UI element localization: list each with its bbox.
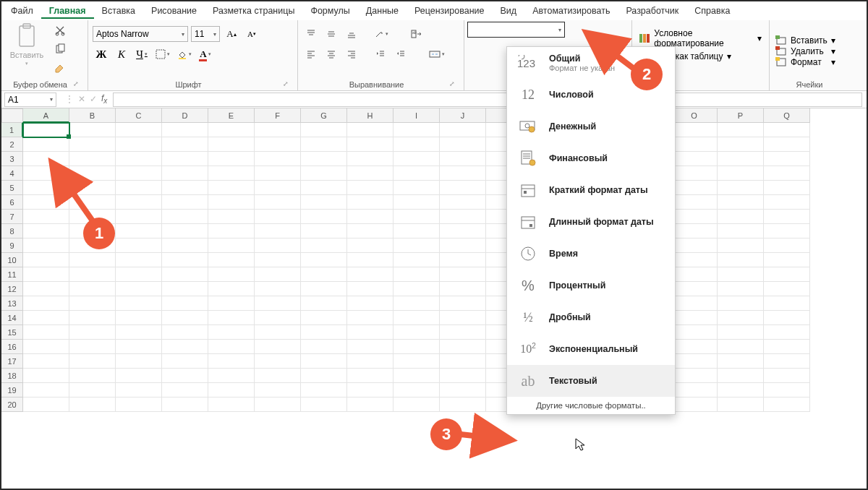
cell[interactable]: [764, 210, 810, 224]
cell[interactable]: [671, 166, 718, 181]
format-cells-button[interactable]: Формат▾: [774, 57, 837, 67]
row-header[interactable]: 18: [1, 369, 23, 383]
fill-color-button[interactable]: ▾: [175, 46, 194, 62]
cell[interactable]: [255, 340, 301, 354]
cell[interactable]: [718, 354, 764, 369]
cell[interactable]: [23, 296, 69, 311]
cell[interactable]: [116, 340, 162, 354]
menu-данные[interactable]: Данные: [358, 3, 407, 19]
cut-button[interactable]: [52, 23, 68, 38]
cell[interactable]: [116, 397, 162, 412]
cell[interactable]: [301, 166, 347, 181]
cell[interactable]: [718, 210, 764, 224]
cell[interactable]: [116, 354, 162, 369]
cell[interactable]: [764, 325, 810, 340]
cell[interactable]: [69, 369, 116, 383]
row-header[interactable]: 20: [1, 397, 23, 412]
cell[interactable]: [255, 210, 301, 224]
cell[interactable]: [671, 311, 718, 325]
cell[interactable]: [671, 152, 718, 166]
borders-button[interactable]: ▾: [153, 46, 172, 62]
cell[interactable]: [347, 152, 393, 166]
menu-вставка[interactable]: Вставка: [94, 3, 143, 19]
cell[interactable]: [718, 296, 764, 311]
format-option-accounting[interactable]: Финансовый: [507, 142, 675, 174]
decrease-indent-button[interactable]: [372, 46, 389, 62]
underline-button[interactable]: Ч▾: [133, 46, 150, 62]
cell[interactable]: [347, 267, 393, 282]
cell[interactable]: [208, 296, 255, 311]
cell[interactable]: [671, 296, 718, 311]
cell[interactable]: [208, 354, 255, 369]
cell[interactable]: [347, 195, 393, 210]
cell[interactable]: [116, 137, 162, 152]
cell[interactable]: [116, 224, 162, 238]
cell[interactable]: [301, 383, 347, 397]
cell[interactable]: [255, 137, 301, 152]
cell[interactable]: [347, 238, 393, 253]
cell[interactable]: [162, 123, 208, 137]
cell[interactable]: [23, 311, 69, 325]
cell[interactable]: [116, 123, 162, 137]
cell[interactable]: [393, 383, 440, 397]
cell[interactable]: [393, 123, 440, 137]
column-header[interactable]: Q: [764, 108, 810, 123]
column-header[interactable]: G: [301, 108, 347, 123]
row-header[interactable]: 5: [1, 181, 23, 195]
cell[interactable]: [208, 152, 255, 166]
cell[interactable]: [440, 181, 486, 195]
cell[interactable]: [764, 354, 810, 369]
cell[interactable]: [208, 210, 255, 224]
cell[interactable]: [718, 369, 764, 383]
cell[interactable]: [440, 152, 486, 166]
cell[interactable]: [208, 282, 255, 296]
increase-indent-button[interactable]: [392, 46, 409, 62]
cell[interactable]: [764, 123, 810, 137]
cell[interactable]: [255, 311, 301, 325]
cell[interactable]: [23, 383, 69, 397]
cell[interactable]: [440, 195, 486, 210]
cell[interactable]: [440, 123, 486, 137]
cell[interactable]: [208, 137, 255, 152]
cell[interactable]: [301, 354, 347, 369]
column-header[interactable]: P: [718, 108, 764, 123]
cell[interactable]: [301, 253, 347, 267]
row-header[interactable]: 12: [1, 282, 23, 296]
row-header[interactable]: 13: [1, 296, 23, 311]
cell[interactable]: [764, 238, 810, 253]
cell[interactable]: [301, 311, 347, 325]
cell[interactable]: [440, 282, 486, 296]
cell[interactable]: [301, 210, 347, 224]
cell[interactable]: [162, 224, 208, 238]
cell[interactable]: [393, 137, 440, 152]
cell[interactable]: [393, 267, 440, 282]
menu-рецензирование[interactable]: Рецензирование: [407, 3, 493, 19]
cell[interactable]: [764, 137, 810, 152]
row-header[interactable]: 6: [1, 195, 23, 210]
bold-button[interactable]: Ж: [93, 46, 110, 62]
cell[interactable]: [393, 238, 440, 253]
enter-formula-button[interactable]: ✓: [90, 94, 97, 104]
cell[interactable]: [393, 325, 440, 340]
cell[interactable]: [718, 181, 764, 195]
font-color-button[interactable]: А▾: [197, 46, 214, 62]
cell[interactable]: [208, 340, 255, 354]
cell[interactable]: [718, 166, 764, 181]
format-painter-button[interactable]: [52, 61, 68, 75]
cell[interactable]: [764, 311, 810, 325]
cell[interactable]: [23, 238, 69, 253]
cell[interactable]: [671, 181, 718, 195]
cell[interactable]: [162, 152, 208, 166]
row-header[interactable]: 8: [1, 224, 23, 238]
cell[interactable]: [162, 369, 208, 383]
cell[interactable]: [301, 369, 347, 383]
cell[interactable]: [208, 123, 255, 137]
cell[interactable]: [69, 282, 116, 296]
cell[interactable]: [69, 311, 116, 325]
cell[interactable]: [671, 325, 718, 340]
column-header[interactable]: H: [347, 108, 393, 123]
cell[interactable]: [162, 296, 208, 311]
cell[interactable]: [69, 123, 116, 137]
cell[interactable]: [393, 166, 440, 181]
cell[interactable]: [255, 325, 301, 340]
